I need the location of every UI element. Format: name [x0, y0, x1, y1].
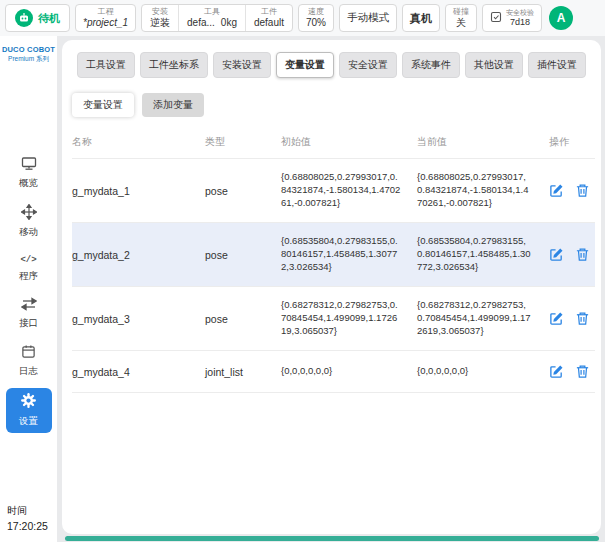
- variable-current-value: {0.68535804,0.27983155,0.80146157,1.4584…: [417, 235, 549, 273]
- move-arrows-icon: [21, 204, 37, 224]
- edit-variable-button[interactable]: [549, 311, 564, 326]
- app-window: 待机 工程 *project_1 安装 逆装 工具 defa... 0kg 工件…: [0, 0, 605, 542]
- variable-type: joint_list: [205, 366, 281, 378]
- sidebar-item-label: 概览: [19, 177, 38, 190]
- real-machine-button[interactable]: 真机: [402, 4, 440, 32]
- sidebar-item-label: 设置: [19, 415, 38, 428]
- tab-variable-settings[interactable]: 变量设置: [276, 52, 334, 78]
- speed-selector[interactable]: 速度 70%: [298, 4, 334, 32]
- sidebar: DUCO COBOT Premium 系列 概览 移动 </> 程序: [0, 36, 57, 542]
- subtab-add-variable[interactable]: 添加变量: [142, 93, 204, 117]
- sidebar-item-interface[interactable]: 接口: [6, 293, 52, 335]
- install-value: 逆装: [150, 17, 170, 29]
- calendar-icon: [21, 344, 36, 363]
- project-selector[interactable]: 工程 *project_1: [75, 4, 136, 32]
- speed-label: 速度: [308, 7, 324, 16]
- table-row: g_mydata_4 joint_list {0,0,0,0,0,0} {0,0…: [72, 351, 595, 393]
- variable-name: g_mydata_1: [72, 185, 205, 197]
- sidebar-item-label: 日志: [19, 365, 38, 378]
- sidebar-item-overview[interactable]: 概览: [6, 152, 52, 195]
- system-time: 时间 17:20:25: [0, 504, 48, 532]
- robot-status[interactable]: 待机: [5, 4, 70, 32]
- robot-status-icon: [15, 9, 33, 27]
- variable-initial-value: {0,0,0,0,0,0}: [281, 365, 417, 378]
- variable-current-value: {0,0,0,0,0,0}: [417, 365, 549, 378]
- brand-subtitle: Premium 系列: [2, 55, 55, 64]
- settings-tab-bar: 工具设置 工件坐标系 安装设置 变量设置 安全设置 系统事件 其他设置 插件设置: [62, 40, 601, 78]
- sidebar-item-move[interactable]: 移动: [6, 200, 52, 244]
- tool-value: defa...: [187, 17, 215, 29]
- collision-toggle[interactable]: 碰撞 关: [445, 4, 477, 32]
- table-row: g_mydata_2 pose {0.68535804,0.27983155,0…: [72, 223, 595, 287]
- sidebar-item-program[interactable]: </> 程序: [6, 249, 52, 288]
- workpiece-value: default: [254, 17, 284, 29]
- table-row: g_mydata_1 pose {0.68808025,0.27993017,0…: [72, 159, 595, 223]
- col-header-current: 当前值: [417, 135, 549, 149]
- time-value: 17:20:25: [7, 520, 48, 532]
- safety-check-icon: [490, 9, 502, 27]
- variable-initial-value: {0.68278312,0.27982753,0.70845454,1.4990…: [281, 299, 417, 337]
- variable-initial-value: {0.68535804,0.27983155,0.80146157,1.4584…: [281, 235, 417, 273]
- brand-title: DUCO COBOT: [2, 45, 55, 54]
- variable-name: g_mydata_4: [72, 366, 205, 378]
- sidebar-item-log[interactable]: 日志: [6, 340, 52, 383]
- tab-safety-settings[interactable]: 安全设置: [339, 52, 397, 78]
- tool-selector[interactable]: 工具 defa... 0kg: [178, 5, 245, 31]
- sidebar-item-label: 程序: [19, 270, 38, 283]
- tool-label: 工具: [204, 7, 220, 16]
- install-selector[interactable]: 安装 逆装: [142, 5, 178, 31]
- setup-group: 安装 逆装 工具 defa... 0kg 工件 default: [141, 4, 293, 32]
- safety-label: 安全校验: [506, 9, 534, 17]
- safety-check[interactable]: 安全校验 7d18: [482, 4, 542, 32]
- subtab-variable-list[interactable]: 变量设置: [72, 93, 134, 117]
- sidebar-item-label: 移动: [19, 226, 38, 239]
- variable-current-value: {0.68278312,0.27982753,0.70845454,1.4990…: [417, 299, 549, 337]
- delete-variable-button[interactable]: [575, 364, 590, 379]
- workpiece-label: 工件: [261, 7, 277, 16]
- collision-value: 关: [456, 17, 466, 29]
- col-header-initial: 初始值: [281, 135, 417, 149]
- user-avatar[interactable]: A: [549, 6, 573, 30]
- swap-arrows-icon: [21, 297, 37, 315]
- table-row: g_mydata_3 pose {0.68278312,0.27982753,0…: [72, 287, 595, 351]
- manual-mode-label: 手动模式: [347, 11, 389, 25]
- variable-name: g_mydata_2: [72, 249, 205, 261]
- sidebar-item-settings[interactable]: 设置: [6, 388, 52, 433]
- workpiece-selector[interactable]: 工件 default: [245, 5, 292, 31]
- project-value: *project_1: [83, 17, 128, 29]
- tab-plugin-settings[interactable]: 插件设置: [528, 52, 586, 78]
- delete-variable-button[interactable]: [575, 311, 590, 326]
- tab-tool-settings[interactable]: 工具设置: [77, 52, 135, 78]
- sidebar-nav: 概览 移动 </> 程序 接口 日: [6, 152, 52, 433]
- variable-type: pose: [205, 249, 281, 261]
- code-icon: </>: [20, 253, 36, 268]
- bottom-scrollbar[interactable]: [65, 536, 599, 541]
- col-header-actions: 操作: [549, 135, 595, 149]
- col-header-name: 名称: [72, 135, 205, 149]
- variable-current-value: {0.68808025,0.27993017,0.84321874,-1.580…: [417, 171, 549, 209]
- variable-initial-value: {0.68808025,0.27993017,0.84321874,-1.580…: [281, 171, 417, 209]
- variable-type: pose: [205, 313, 281, 325]
- tab-system-events[interactable]: 系统事件: [402, 52, 460, 78]
- gear-icon: [20, 392, 37, 413]
- robot-status-label: 待机: [38, 11, 60, 26]
- variable-type: pose: [205, 185, 281, 197]
- tab-other-settings[interactable]: 其他设置: [465, 52, 523, 78]
- tab-workpiece-coords[interactable]: 工件坐标系: [140, 52, 208, 78]
- settings-panel: 工具设置 工件坐标系 安装设置 变量设置 安全设置 系统事件 其他设置 插件设置…: [62, 40, 601, 534]
- tool-weight: 0kg: [221, 17, 237, 29]
- edit-variable-button[interactable]: [549, 364, 564, 379]
- top-status-bar: 待机 工程 *project_1 安装 逆装 工具 defa... 0kg 工件…: [0, 0, 605, 36]
- sidebar-item-label: 接口: [19, 317, 38, 330]
- tab-install-settings[interactable]: 安装设置: [213, 52, 271, 78]
- edit-variable-button[interactable]: [549, 183, 564, 198]
- project-label: 工程: [98, 7, 114, 16]
- manual-mode-button[interactable]: 手动模式: [339, 4, 397, 32]
- edit-variable-button[interactable]: [549, 247, 564, 262]
- collision-label: 碰撞: [453, 7, 469, 16]
- delete-variable-button[interactable]: [575, 183, 590, 198]
- speed-value: 70%: [306, 17, 326, 29]
- delete-variable-button[interactable]: [575, 247, 590, 262]
- variables-table: 名称 类型 初始值 当前值 操作 g_mydata_1 pose {0.6880…: [72, 129, 595, 393]
- install-label: 安装: [152, 7, 168, 16]
